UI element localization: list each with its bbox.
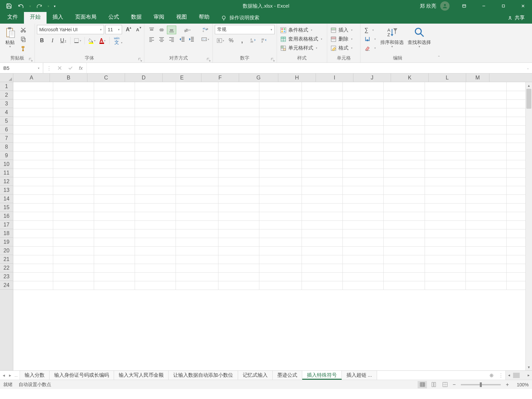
column-header[interactable]: D — [125, 73, 163, 82]
cell[interactable] — [466, 117, 506, 125]
formula-options-icon[interactable]: ⋮ — [45, 65, 53, 72]
row-header[interactable]: 6 — [0, 125, 13, 134]
cell[interactable] — [94, 229, 135, 238]
row-header[interactable]: 22 — [0, 264, 13, 272]
cell[interactable] — [302, 220, 343, 229]
column-header[interactable]: M — [466, 73, 489, 82]
column-header[interactable]: G — [239, 73, 278, 82]
cell[interactable] — [466, 255, 506, 264]
cell[interactable] — [384, 108, 425, 117]
row-header[interactable]: 15 — [0, 203, 13, 212]
cell[interactable] — [13, 143, 53, 151]
cell[interactable] — [302, 125, 343, 134]
row-header[interactable]: 5 — [0, 117, 13, 125]
cell[interactable] — [176, 255, 218, 264]
cell[interactable] — [384, 91, 425, 99]
cell[interactable] — [384, 195, 425, 203]
cell[interactable] — [302, 108, 343, 117]
cell[interactable] — [466, 203, 506, 212]
cell[interactable] — [94, 272, 135, 281]
fill-color-icon[interactable]: ▾ — [87, 36, 97, 45]
cell[interactable] — [218, 246, 259, 255]
cell[interactable] — [218, 264, 259, 272]
find-select-button[interactable]: 查找和选择▾ — [406, 25, 433, 50]
minimize-icon[interactable] — [474, 0, 493, 12]
cell[interactable] — [53, 238, 94, 246]
tab-view[interactable]: 视图 — [170, 11, 193, 24]
cell[interactable] — [135, 229, 176, 238]
accounting-format-icon[interactable]: $▾ — [215, 36, 225, 45]
cell[interactable] — [259, 134, 302, 143]
cell[interactable] — [218, 134, 259, 143]
cell[interactable] — [302, 177, 343, 186]
cell[interactable] — [176, 281, 218, 290]
row-header[interactable]: 1 — [0, 82, 13, 91]
qat-dropdown-icon[interactable]: ▾ — [28, 4, 32, 8]
cell[interactable] — [53, 246, 94, 255]
sort-filter-button[interactable]: AZ 排序和筛选▾ — [378, 25, 406, 50]
cell[interactable] — [425, 255, 466, 264]
cell[interactable] — [384, 203, 425, 212]
cell[interactable] — [425, 220, 466, 229]
row-header[interactable]: 7 — [0, 134, 13, 143]
cell[interactable] — [13, 117, 53, 125]
row-header[interactable]: 19 — [0, 238, 13, 246]
cell[interactable] — [302, 255, 343, 264]
cell[interactable] — [343, 82, 384, 91]
cell[interactable] — [302, 272, 343, 281]
cell[interactable] — [425, 82, 466, 91]
qat-customize-icon[interactable]: ▾ — [53, 4, 57, 8]
cell[interactable] — [94, 212, 135, 220]
align-center-icon[interactable] — [157, 35, 166, 44]
cell[interactable] — [94, 186, 135, 195]
cell[interactable] — [425, 272, 466, 281]
cell[interactable] — [94, 125, 135, 134]
row-header[interactable]: 2 — [0, 91, 13, 99]
cell[interactable] — [466, 134, 506, 143]
cell[interactable] — [259, 91, 302, 99]
cell[interactable] — [218, 99, 259, 108]
zoom-value[interactable]: 100% — [512, 382, 529, 387]
cell[interactable] — [218, 151, 259, 160]
zoom-out-icon[interactable]: − — [452, 382, 457, 388]
cell[interactable] — [94, 82, 135, 91]
cell[interactable] — [53, 143, 94, 151]
cell[interactable] — [425, 186, 466, 195]
cell[interactable] — [302, 264, 343, 272]
cell[interactable] — [135, 272, 176, 281]
cell[interactable] — [302, 151, 343, 160]
scroll-up-icon[interactable]: ▲ — [526, 82, 532, 89]
cell[interactable] — [176, 220, 218, 229]
cell[interactable] — [302, 160, 343, 169]
cell[interactable] — [94, 177, 135, 186]
cell[interactable] — [384, 151, 425, 160]
cell-styles-button[interactable]: 单元格样式▾ — [280, 44, 324, 53]
share-button[interactable]: 共享 — [500, 12, 532, 24]
cell[interactable] — [135, 125, 176, 134]
cell[interactable] — [94, 264, 135, 272]
column-header[interactable]: L — [429, 73, 466, 82]
cell[interactable] — [53, 195, 94, 203]
row-header[interactable]: 21 — [0, 255, 13, 264]
cell[interactable] — [343, 134, 384, 143]
tab-review[interactable]: 审阅 — [148, 11, 170, 24]
cell[interactable] — [94, 151, 135, 160]
cell[interactable] — [384, 246, 425, 255]
copy-icon[interactable] — [19, 35, 28, 44]
row-header[interactable]: 17 — [0, 220, 13, 229]
cell[interactable] — [176, 246, 218, 255]
row-header[interactable]: 23 — [0, 272, 13, 281]
zoom-in-icon[interactable]: + — [505, 382, 510, 388]
cell[interactable] — [466, 82, 506, 91]
percent-format-icon[interactable]: % — [226, 36, 236, 45]
cell[interactable] — [135, 143, 176, 151]
cell[interactable] — [425, 125, 466, 134]
column-header[interactable]: C — [87, 73, 125, 82]
cell[interactable] — [259, 246, 302, 255]
cell[interactable] — [13, 91, 53, 99]
cell[interactable] — [259, 125, 302, 134]
format-painter-icon[interactable] — [19, 44, 28, 53]
cell[interactable] — [425, 238, 466, 246]
cell[interactable] — [135, 255, 176, 264]
phonetic-guide-icon[interactable]: wén文▾ — [112, 36, 122, 45]
